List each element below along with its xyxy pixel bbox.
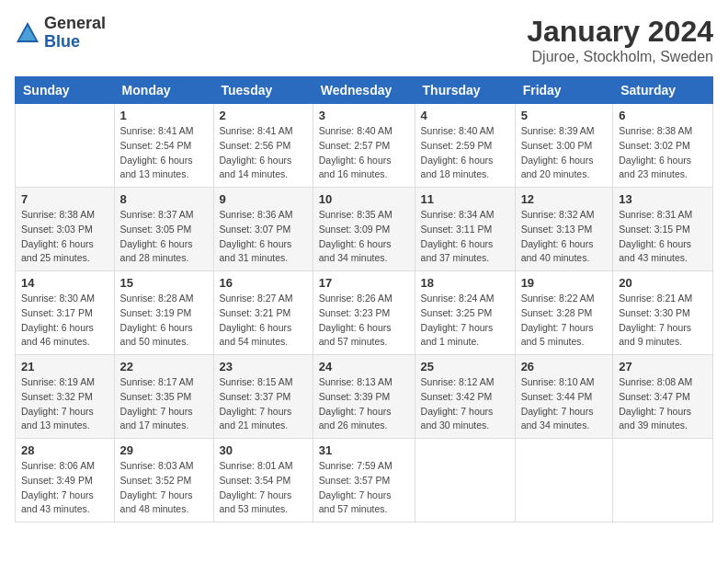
sunrise-text: Sunrise: 8:15 AM — [220, 376, 293, 387]
calendar-cell: 31 Sunrise: 7:59 AM Sunset: 3:57 PM Dayl… — [313, 439, 415, 523]
sunset-text: Sunset: 3:05 PM — [120, 224, 192, 235]
day-info: Sunrise: 8:22 AM Sunset: 3:28 PM Dayligh… — [521, 292, 608, 350]
day-info: Sunrise: 8:30 AM Sunset: 3:17 PM Dayligh… — [21, 292, 108, 350]
calendar-cell: 2 Sunrise: 8:41 AM Sunset: 2:56 PM Dayli… — [213, 104, 313, 188]
day-info: Sunrise: 8:34 AM Sunset: 3:11 PM Dayligh… — [421, 208, 509, 266]
daylight-text: Daylight: 7 hours and 53 minutes. — [220, 489, 292, 515]
calendar-cell: 29 Sunrise: 8:03 AM Sunset: 3:52 PM Dayl… — [114, 439, 213, 523]
sunrise-text: Sunrise: 8:40 AM — [319, 125, 392, 136]
calendar-cell: 21 Sunrise: 8:19 AM Sunset: 3:32 PM Dayl… — [16, 355, 115, 439]
day-number: 27 — [619, 360, 707, 373]
weekday-header: Friday — [515, 77, 613, 104]
day-info: Sunrise: 8:31 AM Sunset: 3:15 PM Dayligh… — [619, 208, 707, 266]
sunset-text: Sunset: 3:03 PM — [21, 224, 93, 235]
daylight-text: Daylight: 7 hours and 5 minutes. — [521, 322, 594, 348]
sunrise-text: Sunrise: 7:59 AM — [319, 460, 392, 471]
sunset-text: Sunset: 3:28 PM — [521, 307, 593, 318]
sunrise-text: Sunrise: 8:27 AM — [220, 293, 293, 304]
day-number: 25 — [421, 360, 509, 373]
calendar-cell: 1 Sunrise: 8:41 AM Sunset: 2:54 PM Dayli… — [114, 104, 213, 188]
sunset-text: Sunset: 3:39 PM — [319, 391, 391, 402]
day-number: 6 — [619, 109, 707, 122]
sunrise-text: Sunrise: 8:30 AM — [21, 293, 95, 304]
sunrise-text: Sunrise: 8:22 AM — [521, 293, 595, 304]
sunset-text: Sunset: 2:59 PM — [421, 140, 493, 151]
day-info: Sunrise: 8:40 AM Sunset: 2:57 PM Dayligh… — [319, 124, 409, 182]
day-info: Sunrise: 8:39 AM Sunset: 3:00 PM Dayligh… — [521, 124, 608, 182]
sunset-text: Sunset: 3:11 PM — [421, 224, 493, 235]
daylight-text: Daylight: 7 hours and 9 minutes. — [619, 322, 691, 348]
daylight-text: Daylight: 6 hours and 37 minutes. — [421, 238, 494, 264]
day-number: 31 — [319, 443, 409, 457]
sunrise-text: Sunrise: 8:13 AM — [319, 376, 392, 387]
calendar-cell: 20 Sunrise: 8:21 AM Sunset: 3:30 PM Dayl… — [613, 271, 713, 355]
daylight-text: Daylight: 6 hours and 23 minutes. — [619, 155, 691, 180]
sunset-text: Sunset: 3:44 PM — [521, 391, 593, 402]
calendar-cell: 18 Sunrise: 8:24 AM Sunset: 3:25 PM Dayl… — [415, 271, 515, 355]
day-number: 17 — [319, 276, 409, 290]
day-info: Sunrise: 8:03 AM Sunset: 3:52 PM Dayligh… — [120, 459, 208, 517]
calendar-cell: 10 Sunrise: 8:35 AM Sunset: 3:09 PM Dayl… — [313, 188, 415, 271]
calendar-week-row: 28 Sunrise: 8:06 AM Sunset: 3:49 PM Dayl… — [16, 439, 713, 523]
sunset-text: Sunset: 3:30 PM — [619, 307, 690, 318]
sunset-text: Sunset: 3:09 PM — [319, 224, 391, 235]
day-number: 23 — [220, 360, 307, 373]
daylight-text: Daylight: 6 hours and 20 minutes. — [521, 155, 594, 180]
calendar-table: SundayMondayTuesdayWednesdayThursdayFrid… — [15, 76, 713, 523]
day-info: Sunrise: 8:21 AM Sunset: 3:30 PM Dayligh… — [619, 292, 707, 350]
day-info: Sunrise: 8:32 AM Sunset: 3:13 PM Dayligh… — [521, 208, 608, 266]
calendar-week-row: 21 Sunrise: 8:19 AM Sunset: 3:32 PM Dayl… — [16, 355, 713, 439]
sunset-text: Sunset: 3:32 PM — [21, 391, 93, 402]
calendar-cell: 3 Sunrise: 8:40 AM Sunset: 2:57 PM Dayli… — [313, 104, 415, 188]
page-header: General Blue January 2024 Djuroe, Stockh… — [15, 15, 713, 65]
day-number: 21 — [21, 360, 108, 373]
day-info: Sunrise: 8:26 AM Sunset: 3:23 PM Dayligh… — [319, 292, 409, 350]
sunrise-text: Sunrise: 8:34 AM — [421, 209, 495, 220]
sunset-text: Sunset: 3:07 PM — [220, 224, 291, 235]
day-info: Sunrise: 8:38 AM Sunset: 3:03 PM Dayligh… — [21, 208, 108, 266]
sunrise-text: Sunrise: 8:03 AM — [120, 460, 194, 471]
calendar-cell: 30 Sunrise: 8:01 AM Sunset: 3:54 PM Dayl… — [213, 439, 313, 523]
calendar-cell: 12 Sunrise: 8:32 AM Sunset: 3:13 PM Dayl… — [515, 188, 613, 271]
day-number: 26 — [521, 360, 608, 373]
sunset-text: Sunset: 3:37 PM — [220, 391, 291, 402]
calendar-week-row: 14 Sunrise: 8:30 AM Sunset: 3:17 PM Dayl… — [16, 271, 713, 355]
day-info: Sunrise: 8:19 AM Sunset: 3:32 PM Dayligh… — [21, 375, 108, 433]
day-number: 18 — [421, 276, 509, 290]
sunset-text: Sunset: 3:25 PM — [421, 307, 493, 318]
daylight-text: Daylight: 7 hours and 48 minutes. — [120, 489, 193, 515]
day-info: Sunrise: 8:13 AM Sunset: 3:39 PM Dayligh… — [319, 375, 409, 433]
calendar-cell: 7 Sunrise: 8:38 AM Sunset: 3:03 PM Dayli… — [16, 188, 115, 271]
sunrise-text: Sunrise: 8:38 AM — [619, 125, 692, 136]
sunset-text: Sunset: 3:35 PM — [120, 391, 192, 402]
sunrise-text: Sunrise: 8:12 AM — [421, 376, 495, 387]
day-number: 16 — [220, 276, 307, 290]
calendar-cell: 26 Sunrise: 8:10 AM Sunset: 3:44 PM Dayl… — [515, 355, 613, 439]
day-info: Sunrise: 8:01 AM Sunset: 3:54 PM Dayligh… — [220, 459, 307, 517]
sunrise-text: Sunrise: 8:24 AM — [421, 293, 495, 304]
daylight-text: Daylight: 6 hours and 25 minutes. — [21, 238, 94, 264]
sunrise-text: Sunrise: 8:41 AM — [120, 125, 194, 136]
day-info: Sunrise: 8:06 AM Sunset: 3:49 PM Dayligh… — [21, 459, 108, 517]
sunrise-text: Sunrise: 8:40 AM — [421, 125, 495, 136]
daylight-text: Daylight: 6 hours and 18 minutes. — [421, 155, 494, 180]
daylight-text: Daylight: 7 hours and 34 minutes. — [521, 406, 594, 431]
sunrise-text: Sunrise: 8:38 AM — [21, 209, 95, 220]
day-info: Sunrise: 8:10 AM Sunset: 3:44 PM Dayligh… — [521, 375, 608, 433]
sunrise-text: Sunrise: 8:35 AM — [319, 209, 392, 220]
weekday-header: Wednesday — [313, 77, 415, 104]
sunrise-text: Sunrise: 8:39 AM — [521, 125, 595, 136]
daylight-text: Daylight: 7 hours and 26 minutes. — [319, 406, 392, 431]
day-info: Sunrise: 8:28 AM Sunset: 3:19 PM Dayligh… — [120, 292, 208, 350]
day-info: Sunrise: 8:27 AM Sunset: 3:21 PM Dayligh… — [220, 292, 307, 350]
day-info: Sunrise: 8:24 AM Sunset: 3:25 PM Dayligh… — [421, 292, 509, 350]
daylight-text: Daylight: 7 hours and 1 minute. — [421, 322, 494, 348]
calendar-cell: 11 Sunrise: 8:34 AM Sunset: 3:11 PM Dayl… — [415, 188, 515, 271]
day-number: 13 — [619, 192, 707, 206]
logo-text: General Blue — [44, 15, 106, 52]
day-number: 24 — [319, 360, 409, 373]
day-info: Sunrise: 8:15 AM Sunset: 3:37 PM Dayligh… — [220, 375, 307, 433]
weekday-header: Monday — [114, 77, 213, 104]
day-number: 19 — [521, 276, 608, 290]
calendar-cell: 4 Sunrise: 8:40 AM Sunset: 2:59 PM Dayli… — [415, 104, 515, 188]
